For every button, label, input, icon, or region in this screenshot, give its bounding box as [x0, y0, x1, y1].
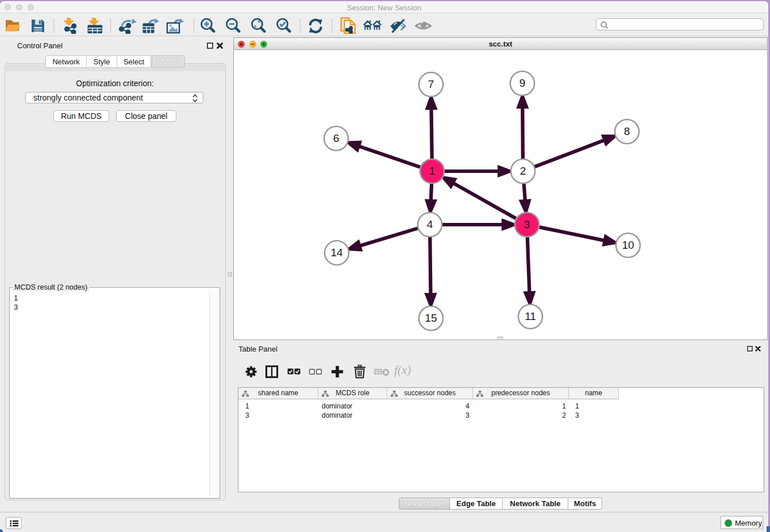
svg-text:11: 11 — [525, 310, 536, 322]
svg-text:8: 8 — [624, 125, 630, 137]
svg-text:4: 4 — [427, 218, 433, 230]
svg-text:15: 15 — [425, 312, 437, 324]
svg-text:1: 1 — [429, 165, 436, 177]
svg-text:3: 3 — [524, 218, 530, 230]
svg-text:2: 2 — [520, 165, 526, 177]
svg-text:6: 6 — [333, 132, 340, 144]
svg-text:14: 14 — [330, 246, 343, 259]
svg-text:9: 9 — [519, 77, 526, 89]
svg-text:10: 10 — [622, 239, 634, 251]
svg-text:7: 7 — [428, 78, 434, 90]
